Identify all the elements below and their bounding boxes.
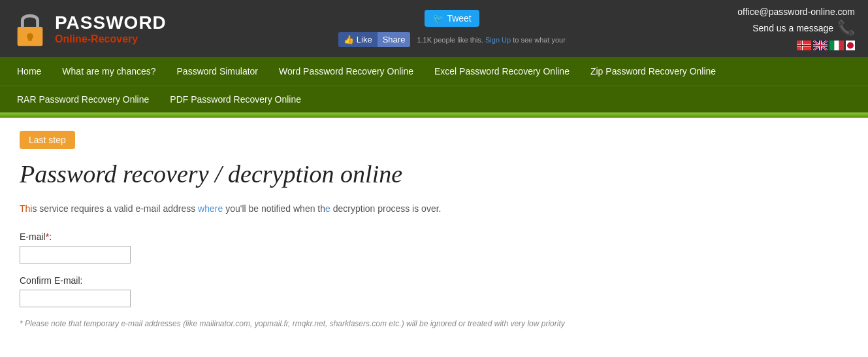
email-label: E-mail*:: [20, 231, 568, 242]
fb-like-button[interactable]: 👍 Like: [338, 32, 377, 47]
nav-item-home[interactable]: Home: [7, 57, 52, 86]
nav-item-excel[interactable]: Excel Password Recovery Online: [424, 57, 580, 86]
main-content: Last step Password recovery / decryption…: [0, 118, 588, 354]
nav-link-simulator[interactable]: Password Simulator: [167, 57, 269, 86]
fb-share-button[interactable]: Share: [378, 32, 411, 47]
header-right: office@password-online.com Send us a mes…: [737, 7, 855, 50]
send-message-label: Send us a message: [752, 23, 833, 33]
social-area: 🐦 Tweet 👍 Like Share 1.1K people like th…: [338, 10, 566, 47]
logo-area: PASSWORD Online-Recovery: [13, 9, 167, 48]
nav-link-pdf[interactable]: PDF Password Recovery Online: [159, 86, 312, 112]
notice-this: Thi: [20, 203, 32, 214]
fb-signup-link[interactable]: Sign Up: [485, 36, 511, 44]
svg-rect-16: [813, 45, 828, 46]
secondary-nav: RAR Password Recovery Online PDF Passwor…: [0, 86, 868, 112]
primary-nav: Home What are my chances? Password Simul…: [0, 57, 868, 86]
nav-item-rar[interactable]: RAR Password Recovery Online: [7, 86, 159, 112]
nav-item-chances[interactable]: What are my chances?: [52, 57, 166, 86]
svg-rect-2: [28, 36, 32, 41]
notice-where: where: [198, 203, 223, 214]
svg-point-21: [847, 42, 854, 49]
tweet-button[interactable]: 🐦 Tweet: [425, 10, 479, 27]
nav-item-zip[interactable]: Zip Password Recovery Online: [580, 57, 726, 86]
confirm-email-input[interactable]: [20, 290, 131, 307]
nav-link-chances[interactable]: What are my chances?: [52, 57, 166, 86]
nav-link-zip[interactable]: Zip Password Recovery Online: [580, 57, 726, 86]
accent-bar: [0, 112, 868, 118]
flag-gb[interactable]: [813, 41, 828, 50]
page-title: Password recovery / decryption online: [20, 160, 568, 188]
twitter-icon: 🐦: [432, 13, 443, 24]
flags-row: [737, 41, 855, 50]
fb-count-text: 1.1K people like this. Sign Up to see wh…: [417, 36, 566, 44]
site-header: PASSWORD Online-Recovery 🐦 Tweet 👍 Like …: [0, 0, 868, 57]
service-notice: This service requires a valid e-mail add…: [20, 201, 568, 216]
nav-link-word[interactable]: Word Password Recovery Online: [268, 57, 424, 86]
privacy-note: * Please note that temporary e-mail addr…: [20, 319, 568, 328]
notice-e: e: [325, 203, 330, 214]
flag-it[interactable]: [829, 41, 844, 50]
nav-item-simulator[interactable]: Password Simulator: [167, 57, 269, 86]
svg-rect-18: [834, 41, 839, 50]
lock-icon: [13, 9, 47, 48]
flag-no[interactable]: [797, 41, 811, 50]
svg-rect-7: [797, 45, 811, 46]
nav-link-rar[interactable]: RAR Password Recovery Online: [7, 86, 159, 112]
notice-youll: you'll be notified when th: [223, 203, 325, 214]
svg-rect-17: [829, 41, 834, 50]
thumbs-up-icon: 👍: [344, 35, 354, 44]
confirm-email-label: Confirm E-mail:: [20, 275, 568, 286]
phone-icon: 📞: [837, 20, 855, 37]
flag-extra[interactable]: [846, 41, 855, 50]
confirm-email-form-group: Confirm E-mail:: [20, 275, 568, 307]
nav-item-word[interactable]: Word Password Recovery Online: [268, 57, 424, 86]
logo-text: PASSWORD Online-Recovery: [55, 12, 167, 45]
logo-password: PASSWORD: [55, 12, 167, 33]
email-form-group: E-mail*:: [20, 231, 568, 264]
contact-email: office@password-online.com: [737, 7, 855, 17]
nav-link-home[interactable]: Home: [7, 57, 52, 86]
svg-rect-19: [839, 41, 844, 50]
notice-s: s service requires a valid e-mail addres…: [32, 203, 198, 214]
nav-item-pdf[interactable]: PDF Password Recovery Online: [159, 86, 312, 112]
nav-link-excel[interactable]: Excel Password Recovery Online: [424, 57, 580, 86]
email-input[interactable]: [20, 246, 131, 264]
last-step-button[interactable]: Last step: [20, 131, 75, 149]
notice-rest: decryption process is over.: [330, 203, 442, 214]
fb-like-area: 👍 Like Share: [338, 32, 410, 47]
logo-online-recovery: Online-Recovery: [55, 33, 167, 45]
